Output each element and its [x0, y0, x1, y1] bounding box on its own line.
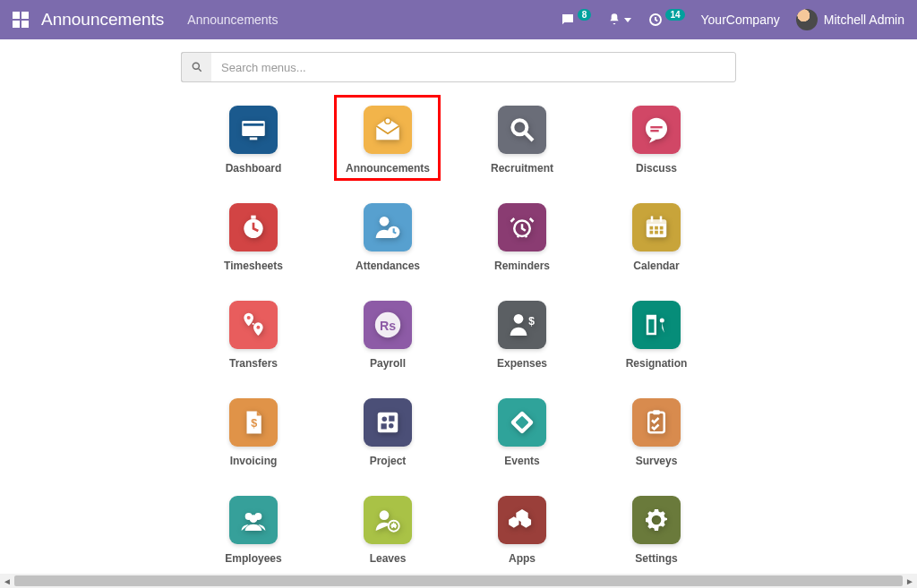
- svg-point-7: [646, 118, 667, 140]
- search-row: [181, 52, 736, 82]
- svg-point-6: [512, 120, 527, 134]
- app-expenses[interactable]: $Expenses: [482, 301, 562, 370]
- app-tile-settings: [632, 496, 681, 544]
- svg-text:$: $: [251, 417, 257, 430]
- svg-rect-19: [650, 226, 654, 230]
- user-menu[interactable]: Mitchell Admin: [796, 9, 904, 30]
- svg-rect-43: [653, 410, 660, 414]
- app-discuss[interactable]: Discuss: [616, 106, 697, 175]
- user-name: Mitchell Admin: [824, 13, 904, 27]
- svg-rect-24: [660, 231, 664, 234]
- company-switcher[interactable]: YourCompany: [701, 13, 780, 27]
- app-tile-dashboard: [229, 106, 278, 154]
- svg-point-37: [389, 423, 394, 429]
- scroll-track[interactable]: [14, 574, 903, 588]
- app-label-discuss: Discuss: [636, 162, 677, 175]
- app-tile-timesheets: [229, 203, 278, 251]
- breadcrumb-announcements[interactable]: Announcements: [187, 13, 278, 27]
- svg-point-25: [247, 316, 251, 320]
- scroll-right-button[interactable]: ►: [903, 574, 917, 588]
- app-invoicing[interactable]: $Invoicing: [213, 398, 294, 467]
- svg-text:Rs: Rs: [380, 319, 396, 333]
- app-tile-expenses: $: [498, 301, 546, 349]
- apps-menu-icon[interactable]: [13, 12, 29, 28]
- app-tile-discuss: [632, 106, 681, 154]
- app-label-transfers: Transfers: [229, 357, 278, 370]
- app-resignation[interactable]: Resignation: [616, 301, 697, 370]
- svg-rect-38: [389, 416, 394, 422]
- app-label-settings: Settings: [635, 552, 677, 565]
- svg-rect-22: [650, 231, 654, 234]
- svg-rect-20: [655, 226, 658, 230]
- app-label-surveys: Surveys: [636, 455, 678, 467]
- app-payroll[interactable]: RsPayroll: [347, 301, 428, 370]
- apps-grid: DashboardAnnouncementsRecruitmentDiscuss…: [181, 106, 736, 565]
- app-project[interactable]: Project: [347, 398, 428, 467]
- app-tile-project: [364, 398, 412, 447]
- svg-point-12: [380, 217, 390, 226]
- app-transfers[interactable]: Transfers: [213, 301, 294, 370]
- app-attendances[interactable]: Attendances: [347, 203, 428, 272]
- app-label-leaves: Leaves: [370, 552, 407, 565]
- horizontal-scrollbar[interactable]: ◄ ►: [0, 574, 917, 588]
- app-tile-payroll: Rs: [364, 301, 412, 349]
- app-recruitment[interactable]: Recruitment: [482, 106, 562, 175]
- app-tile-apps: [498, 496, 546, 544]
- app-label-events: Events: [504, 455, 539, 467]
- apps-row: TransfersRsPayroll$ExpensesResignation: [181, 301, 736, 370]
- app-label-invoicing: Invoicing: [230, 455, 278, 467]
- svg-text:$: $: [528, 315, 535, 328]
- app-dashboard[interactable]: Dashboard: [213, 106, 294, 175]
- company-name: YourCompany: [701, 13, 780, 27]
- notifications-button[interactable]: [607, 13, 631, 27]
- app-label-resignation: Resignation: [626, 357, 688, 370]
- svg-rect-32: [648, 320, 654, 333]
- top-bar: Announcements Announcements 8 14 YourCom…: [0, 0, 917, 39]
- svg-rect-3: [244, 124, 264, 126]
- app-tile-events: [498, 398, 546, 447]
- scroll-left-button[interactable]: ◄: [0, 574, 14, 588]
- svg-point-29: [514, 314, 524, 324]
- app-tile-employees: [229, 496, 278, 544]
- svg-rect-21: [660, 226, 664, 230]
- app-reminders[interactable]: Reminders: [482, 203, 562, 272]
- svg-rect-18: [660, 217, 663, 222]
- app-tile-attendances: [364, 203, 412, 251]
- content-area: DashboardAnnouncementsRecruitmentDiscuss…: [0, 39, 917, 574]
- search-button[interactable]: [181, 52, 211, 82]
- app-settings[interactable]: Settings: [616, 496, 697, 565]
- search-icon: [191, 61, 203, 73]
- activities-badge: 14: [665, 9, 684, 21]
- app-leaves[interactable]: Leaves: [347, 496, 428, 565]
- search-input[interactable]: [181, 52, 736, 82]
- app-tile-surveys: [632, 398, 681, 447]
- scroll-thumb[interactable]: [14, 575, 903, 586]
- activities-button[interactable]: 14: [647, 12, 684, 28]
- app-label-attendances: Attendances: [356, 260, 420, 272]
- app-tile-reminders: [498, 203, 546, 251]
- app-tile-invoicing: $: [229, 398, 278, 447]
- app-calendar[interactable]: Calendar: [616, 203, 697, 272]
- chat-icon: [560, 12, 576, 28]
- apps-row: DashboardAnnouncementsRecruitmentDiscuss: [181, 106, 736, 175]
- messages-button[interactable]: 8: [560, 12, 592, 28]
- app-surveys[interactable]: Surveys: [616, 398, 697, 467]
- svg-point-1: [193, 63, 199, 69]
- svg-point-47: [380, 510, 390, 520]
- app-employees[interactable]: Employees: [213, 496, 294, 565]
- app-label-project: Project: [370, 455, 407, 467]
- svg-rect-16: [647, 219, 667, 224]
- svg-rect-42: [648, 413, 664, 433]
- user-avatar: [796, 9, 818, 30]
- svg-rect-8: [650, 126, 662, 128]
- app-apps[interactable]: Apps: [482, 496, 562, 565]
- app-announcements[interactable]: Announcements: [347, 106, 428, 175]
- app-label-reminders: Reminders: [494, 260, 550, 272]
- app-label-payroll: Payroll: [370, 357, 406, 370]
- svg-rect-4: [250, 138, 258, 141]
- app-timesheets[interactable]: Timesheets: [213, 203, 294, 272]
- svg-rect-11: [251, 216, 255, 219]
- svg-point-46: [250, 515, 258, 523]
- svg-rect-35: [378, 413, 399, 433]
- app-events[interactable]: Events: [482, 398, 562, 467]
